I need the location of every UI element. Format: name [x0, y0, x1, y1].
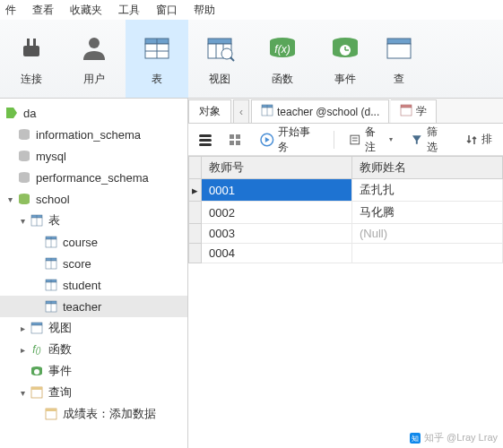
menu-item-favorites[interactable]: 收藏夹	[70, 3, 102, 18]
queries-group[interactable]: ▾ 查询	[0, 382, 187, 403]
chevron-down-icon[interactable]: ▾	[18, 388, 27, 398]
table-node[interactable]: course	[0, 231, 187, 253]
play-icon	[260, 133, 274, 147]
toolbar-table[interactable]: 表	[126, 20, 188, 98]
view-icon	[29, 322, 45, 334]
query-icon	[381, 30, 417, 66]
grid-icon	[228, 133, 244, 147]
column-header[interactable]: 教师号	[202, 157, 352, 179]
svg-rect-58	[236, 134, 240, 139]
tab-second[interactable]: 学	[391, 99, 437, 123]
toolbar-user[interactable]: 用户	[63, 20, 126, 98]
svg-rect-59	[230, 141, 234, 145]
cell[interactable]: 0004	[202, 244, 352, 263]
cell[interactable]: (Null)	[352, 224, 503, 244]
note-button[interactable]: 备注 ▾	[345, 128, 396, 151]
views-group[interactable]: ▸ 视图	[0, 317, 187, 339]
database-icon	[16, 192, 32, 206]
svg-rect-20	[387, 39, 411, 44]
functions-group[interactable]: ▸ f() 函数	[0, 339, 187, 360]
svg-rect-55	[199, 139, 212, 142]
db-node[interactable]: mysql	[0, 145, 187, 167]
data-row[interactable]: 0002 马化腾	[189, 202, 503, 224]
tab-bar: 对象 ‹ teacher @school (d... 学	[188, 99, 503, 124]
svg-rect-21	[387, 44, 411, 58]
svg-rect-42	[31, 325, 42, 333]
toolbar-view[interactable]: 视图	[188, 20, 251, 98]
grid-view-button[interactable]	[226, 128, 246, 151]
table-node[interactable]: score	[0, 253, 187, 274]
menu-icon-button[interactable]	[195, 128, 215, 151]
chevron-right-icon[interactable]: ▸	[18, 345, 27, 355]
db-node[interactable]: information_schema	[0, 124, 187, 145]
column-header[interactable]: 教师姓名	[352, 157, 503, 179]
tab-teacher-data[interactable]: teacher @school (d...	[251, 99, 389, 123]
row-marker	[189, 224, 202, 244]
svg-rect-56	[199, 143, 212, 146]
tab-prev-arrow[interactable]: ‹	[233, 99, 249, 123]
db-node[interactable]: performance_schema	[0, 167, 187, 188]
menu-item-view[interactable]: 查看	[32, 3, 54, 18]
data-row[interactable]: 0004	[189, 244, 503, 263]
toolbar-query[interactable]: 查	[377, 20, 421, 98]
menu-item-tools[interactable]: 工具	[118, 3, 140, 18]
event-icon	[29, 365, 45, 377]
svg-point-44	[34, 369, 39, 375]
watermark: 知 知乎 @Lray Lray	[410, 431, 498, 444]
menu-item-window[interactable]: 窗口	[156, 3, 178, 18]
row-marker	[189, 202, 202, 224]
chevron-down-icon[interactable]: ▾	[5, 194, 14, 204]
table-node[interactable]: student	[0, 274, 187, 296]
chevron-down-icon[interactable]: ▾	[18, 216, 27, 226]
tab-objects[interactable]: 对象	[188, 99, 231, 123]
data-row[interactable]: 0003 (Null)	[189, 224, 503, 244]
data-grid[interactable]: 教师号 教师姓名 ▸ 0001 孟扎扎 0002 马化腾 0003 (Null)…	[188, 156, 503, 263]
svg-rect-53	[401, 108, 412, 116]
plug-icon	[13, 30, 49, 66]
table-icon	[139, 30, 175, 66]
svg-rect-48	[46, 409, 56, 411]
cell[interactable]: 孟扎扎	[352, 179, 503, 202]
table-icon	[261, 104, 273, 119]
table-node-teacher[interactable]: teacher	[0, 296, 187, 317]
svg-point-3	[89, 38, 100, 48]
object-tree: da information_schema mysql performance_…	[0, 99, 188, 448]
row-marker: ▸	[189, 179, 202, 202]
main-toolbar: 连接 用户 表 视图 f(x) 函数 事件 查	[0, 20, 503, 99]
cell[interactable]: 马化腾	[352, 202, 503, 224]
query-node[interactable]: 成绩表：添加数据	[0, 403, 187, 425]
user-icon	[76, 30, 112, 66]
data-row[interactable]: ▸ 0001 孟扎扎	[189, 179, 503, 202]
table-icon	[43, 257, 59, 270]
menu-item-file[interactable]: 件	[5, 3, 16, 18]
sort-button[interactable]: 排	[462, 128, 496, 151]
table-icon	[29, 214, 45, 227]
database-icon	[16, 170, 32, 185]
chevron-down-icon: ▾	[389, 135, 393, 143]
menu-icon	[197, 133, 213, 147]
cell[interactable]: 0003	[202, 224, 352, 244]
event-icon	[327, 30, 363, 66]
db-node-active[interactable]: ▾ school	[0, 188, 187, 210]
fx-icon: f(x)	[265, 30, 300, 66]
tables-group[interactable]: ▾ 表	[0, 210, 187, 231]
table-icon	[43, 300, 59, 313]
connection-node[interactable]: da	[0, 102, 187, 124]
cell[interactable]	[352, 244, 503, 263]
menu-item-help[interactable]: 帮助	[194, 3, 215, 18]
note-icon	[349, 134, 361, 146]
svg-text:f(x): f(x)	[274, 43, 290, 56]
data-toolbar: 开始事务 备注 ▾ 筛选 排	[188, 124, 503, 156]
toolbar-event[interactable]: 事件	[314, 20, 377, 98]
events-group[interactable]: 事件	[0, 360, 187, 382]
toolbar-function[interactable]: f(x) 函数	[251, 20, 314, 98]
svg-line-13	[230, 57, 234, 61]
filter-button[interactable]: 筛选	[407, 128, 451, 151]
cell[interactable]: 0001	[202, 179, 352, 202]
svg-rect-62	[351, 135, 360, 144]
begin-transaction-button[interactable]: 开始事务	[256, 128, 323, 151]
cell[interactable]: 0002	[202, 202, 352, 224]
toolbar-connection[interactable]: 连接	[0, 20, 63, 98]
svg-text:知: 知	[412, 435, 419, 443]
chevron-right-icon[interactable]: ▸	[18, 323, 27, 333]
